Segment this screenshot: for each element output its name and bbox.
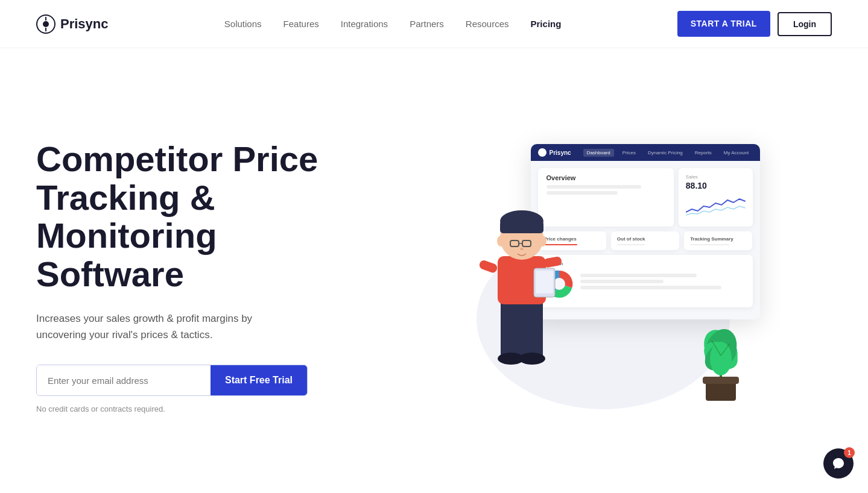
hero-illustration: Prisync Dashboard Prices Dynamic Pricing… [446, 132, 760, 421]
sales-widget: Sales 88.10 [679, 168, 753, 227]
chat-badge: 1 [844, 447, 855, 458]
nav-resources[interactable]: Resources [466, 19, 509, 29]
tracking-summary-title: Tracking Summary [690, 236, 746, 242]
out-of-stock-widget: Out of stock [611, 231, 679, 250]
dashboard-logo: Prisync [538, 148, 571, 157]
dash-tab-account: My Account [720, 149, 752, 157]
nav-pricing[interactable]: Pricing [531, 19, 562, 29]
overview-title: Overview [546, 174, 665, 181]
hero-title: Competitor Price Tracking & Monitoring S… [36, 140, 374, 294]
logo-icon [36, 14, 55, 34]
svg-point-20 [520, 248, 524, 250]
svg-point-30 [710, 342, 732, 375]
dashboard-header: Prisync Dashboard Prices Dynamic Pricing… [531, 144, 760, 161]
svg-rect-24 [703, 377, 739, 384]
svg-point-22 [539, 236, 546, 246]
nav-integrations[interactable]: Integrations [341, 19, 388, 29]
svg-point-21 [497, 236, 504, 246]
chat-widget[interactable]: 1 [823, 448, 854, 479]
email-form: Start Free Trial [36, 365, 308, 396]
nav-start-trial-button[interactable]: START A TRIAL [677, 11, 770, 36]
dashboard-logo-text: Prisync [550, 149, 571, 156]
chat-icon [832, 457, 845, 470]
nav-login-button[interactable]: Login [778, 12, 832, 36]
hero-right: Prisync Dashboard Prices Dynamic Pricing… [374, 132, 832, 421]
mini-line-chart [686, 194, 746, 218]
person-illustration [464, 190, 573, 385]
email-input[interactable] [37, 365, 211, 395]
nav-actions: START A TRIAL Login [677, 11, 832, 36]
sales-label: Sales [686, 174, 746, 180]
pie-line-3 [580, 286, 722, 289]
nav-links: Solutions Features Integrations Partners… [224, 19, 562, 30]
start-free-trial-button[interactable]: Start Free Trial [211, 365, 307, 395]
person-svg [464, 190, 573, 383]
pie-line-2 [580, 280, 664, 283]
sales-value: 88.10 [686, 181, 746, 190]
logo-text: Prisync [60, 16, 109, 32]
pie-line-1 [580, 274, 697, 277]
dash-tab-prices: Prices [619, 149, 639, 157]
dash-tab-dashboard: Dashboard [583, 149, 614, 157]
navbar: Prisync Solutions Features Integrations … [0, 0, 868, 48]
pie-lines [580, 274, 747, 289]
nav-features[interactable]: Features [284, 19, 319, 29]
svg-rect-16 [500, 221, 543, 233]
svg-rect-6 [522, 298, 543, 359]
svg-point-1 [43, 21, 49, 27]
tracking-summary-widget: Tracking Summary [684, 231, 752, 250]
no-credit-text: No credit cards or contracts required. [36, 404, 374, 413]
plant-illustration [688, 322, 754, 403]
svg-rect-11 [543, 256, 562, 268]
svg-point-8 [519, 353, 545, 365]
nav-solutions[interactable]: Solutions [224, 19, 262, 29]
plant-svg [688, 322, 754, 401]
nav-partners[interactable]: Partners [410, 19, 444, 29]
svg-rect-5 [501, 298, 522, 359]
dash-tab-dynamic: Dynamic Pricing [644, 149, 686, 157]
dash-tab-reports: Reports [691, 149, 715, 157]
svg-rect-13 [536, 271, 553, 294]
out-of-stock-title: Out of stock [617, 236, 673, 242]
hero-subtitle: Increases your sales growth & profit mar… [36, 310, 302, 343]
svg-rect-10 [478, 259, 498, 274]
hero-left: Competitor Price Tracking & Monitoring S… [36, 140, 374, 414]
dashboard-logo-dot [538, 148, 546, 157]
logo-link[interactable]: Prisync [36, 14, 109, 34]
hero-section: Competitor Price Tracking & Monitoring S… [0, 48, 868, 493]
dashboard-nav-tabs: Dashboard Prices Dynamic Pricing Reports… [583, 149, 753, 157]
